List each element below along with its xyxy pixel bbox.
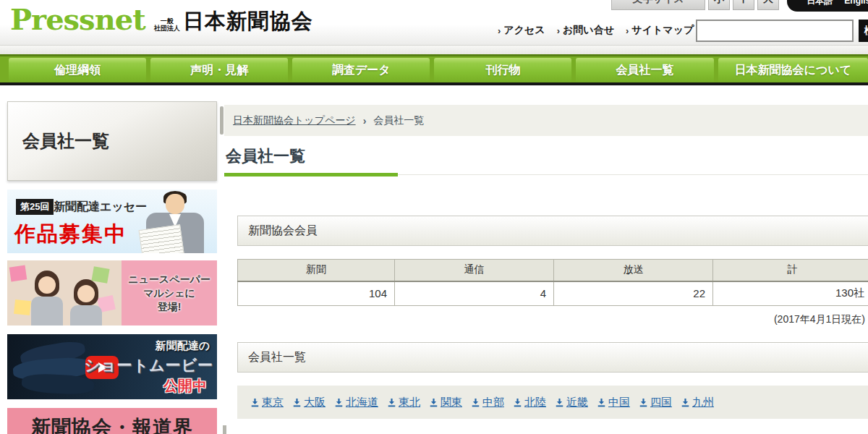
col-total: 計 (713, 260, 868, 281)
region-link-shikoku[interactable]: 四国 (639, 396, 672, 409)
nav-item-publications[interactable]: 刊行物 (434, 58, 571, 82)
breadcrumb: 日本新聞協会トップページ › 会員社一覧 (224, 105, 868, 136)
movie-caption-status: 公開中 (163, 376, 207, 396)
col-news-agency: 通信 (395, 260, 554, 281)
download-icon (513, 398, 522, 407)
download-icon (292, 398, 302, 407)
breadcrumb-current: 会員社一覧 (373, 114, 424, 127)
site-logo[interactable]: Pressnet 一般 社団法人 日本新聞協会 (10, 3, 313, 36)
girl-figure (38, 276, 56, 294)
header-quick-links: ›アクセス ›お問い合せ ›サイトマップ (498, 24, 694, 37)
nav-bottom-border (0, 82, 868, 85)
newspaper-graphic (138, 224, 184, 253)
lang-japanese-button[interactable]: 日本語 (807, 0, 833, 7)
member-list-section-heading: 会員社一覧 (237, 342, 868, 373)
nav-item-ethics[interactable]: 倫理綱領 (9, 58, 146, 82)
banner-press-world[interactable]: 新聞協会・報道界 (7, 408, 217, 434)
broadcast-count: 22 (554, 281, 713, 306)
banner-short-movie[interactable]: 新聞配達の ショートムービー 公開中 (7, 334, 217, 399)
nav-item-survey-data[interactable]: 調査データ (292, 58, 430, 82)
download-icon (681, 398, 690, 407)
photo-decoration (14, 299, 31, 315)
nav-top-strip (0, 46, 868, 54)
region-link-tokyo[interactable]: 東京 (250, 396, 284, 409)
sidebar-section-title[interactable]: 会員社一覧 (7, 101, 217, 181)
chevron-right-icon: › (557, 25, 560, 36)
man-photo-figure (166, 194, 184, 214)
download-icon (250, 398, 260, 407)
download-icon (334, 398, 344, 407)
page-title: 会員社一覧 (224, 145, 868, 175)
breadcrumb-home-link[interactable]: 日本新聞協会トップページ (233, 114, 356, 127)
table-row: 104 4 22 130社 (238, 281, 868, 306)
search-button[interactable]: 検索 (859, 20, 868, 42)
global-nav: 倫理綱領 声明・見解 調査データ 刊行物 会員社一覧 日本新聞協会について (0, 54, 868, 82)
org-type-label: 一般 社団法人 (154, 17, 180, 32)
sitemap-link[interactable]: ›サイトマップ (626, 24, 694, 37)
press-world-title: 新聞協会・報道界 (31, 414, 193, 434)
movie-caption-main: ショートムービー (85, 355, 213, 375)
font-size-small-button[interactable]: 小 (708, 0, 730, 10)
language-toggle: 日本語 English (787, 0, 868, 12)
essay-call-for-entries: 作品募集中 (14, 220, 127, 249)
region-link-tohoku[interactable]: 東北 (387, 396, 420, 409)
font-size-medium-button[interactable]: 中 (733, 0, 754, 10)
download-icon (555, 398, 564, 407)
download-icon (387, 398, 396, 407)
photo-decoration (9, 265, 27, 282)
marche-photo (7, 260, 122, 326)
region-link-osaka[interactable]: 大阪 (292, 396, 326, 409)
region-link-chubu[interactable]: 中部 (471, 396, 504, 409)
region-link-hokuriku[interactable]: 北陸 (513, 396, 546, 409)
access-link[interactable]: ›アクセス (498, 24, 545, 37)
font-size-large-button[interactable]: 大 (757, 0, 779, 10)
chevron-right-icon: › (498, 25, 501, 36)
region-link-kyushu[interactable]: 九州 (681, 396, 714, 409)
breadcrumb-separator-icon: › (363, 115, 367, 127)
essay-edition-badge: 第25回 (16, 199, 54, 215)
girl-figure (77, 285, 95, 302)
pressnet-logo-text: Pressnet (10, 3, 145, 36)
photo-decoration (91, 266, 109, 284)
news-agency-count: 4 (395, 281, 554, 306)
list-marker-partial (223, 425, 226, 434)
download-icon (429, 398, 438, 407)
nav-item-about[interactable]: 日本新聞協会について (718, 58, 868, 82)
girl-figure (31, 297, 63, 326)
nav-item-member-list[interactable]: 会員社一覧 (576, 58, 713, 82)
download-icon (471, 398, 480, 407)
contact-link[interactable]: ›お問い合せ (557, 24, 614, 37)
table-header-row: 新聞 通信 放送 計 (238, 260, 868, 281)
site-header: Pressnet 一般 社団法人 日本新聞協会 文字サイズ 小 中 大 日本語 … (0, 0, 868, 46)
breadcrumb-accent-bar (220, 106, 224, 135)
girl-figure (70, 305, 102, 326)
org-name-text: 日本新聞協会 (183, 10, 313, 32)
newspaper-count: 104 (238, 281, 395, 306)
main-content: 日本新聞協会トップページ › 会員社一覧 会員社一覧 新聞協会会員 新聞 通信 … (224, 105, 868, 419)
region-download-links: 東京 大阪 北海道 東北 関東 中部 北陸 近畿 中国 四国 九州 (237, 386, 868, 419)
region-link-chugoku[interactable]: 中国 (597, 396, 630, 409)
search-input[interactable] (696, 20, 854, 42)
org-name-block: 一般 社団法人 日本新聞協会 (154, 10, 313, 36)
font-size-label: 文字サイズ (611, 0, 705, 10)
col-newspaper: 新聞 (238, 260, 395, 281)
col-broadcast: 放送 (554, 260, 713, 281)
movie-caption-top: 新聞配達の (156, 339, 210, 353)
banner-essay-contest[interactable]: 第25回 新聞配達エッセー 作品募集中 (7, 190, 217, 253)
banner-newspaper-marche[interactable]: ニュースペーパー マルシェに 登場! (7, 260, 217, 326)
download-icon (639, 398, 648, 407)
nav-item-statements[interactable]: 声明・見解 (150, 58, 288, 82)
members-count-table: 新聞 通信 放送 計 104 4 22 130社 (237, 259, 868, 306)
region-link-kinki[interactable]: 近畿 (555, 396, 588, 409)
region-link-hokkaido[interactable]: 北海道 (334, 396, 378, 409)
region-link-kanto[interactable]: 関東 (429, 396, 462, 409)
chevron-right-icon: › (626, 25, 629, 36)
total-count: 130社 (713, 281, 868, 306)
font-size-controls: 文字サイズ 小 中 大 (611, 0, 779, 10)
newspaper-stack-graphic (21, 373, 94, 395)
sidebar: 会員社一覧 第25回 新聞配達エッセー 作品募集中 ニュースペーパー マルシェに… (7, 101, 217, 434)
marche-caption: ニュースペーパー マルシェに 登場! (122, 260, 217, 326)
lang-english-button[interactable]: English (844, 0, 868, 6)
members-section-heading: 新聞協会会員 (237, 216, 868, 246)
essay-title: 新聞配達エッセー (54, 200, 147, 215)
